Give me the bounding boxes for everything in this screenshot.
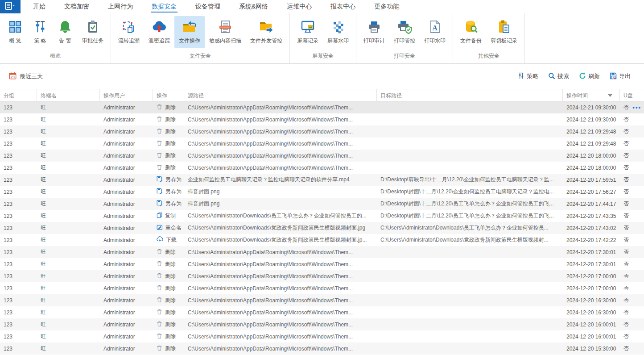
column-header-terminal[interactable]: 终端名: [37, 89, 100, 102]
cell-group: 123: [0, 189, 37, 195]
cell-user: Administrator: [100, 213, 153, 219]
cell-user: Administrator: [100, 141, 153, 147]
leak-track-icon: [152, 19, 167, 35]
svg-text:23: 23: [11, 75, 14, 79]
table-row[interactable]: 123 旺 Administrator 删除 C:\Users\Administ…: [0, 125, 644, 138]
app-menu-button[interactable]: [0, 0, 21, 13]
cell-time: 2024-12-20 17:59:51: [563, 177, 620, 183]
table-row[interactable]: 123 旺 Administrator 删除 C:\Users\Administ…: [0, 294, 644, 306]
ribbon-item-file-backup[interactable]: 文件备份: [456, 16, 486, 48]
ribbon-item-leak-track[interactable]: 泄密追踪: [144, 16, 174, 48]
column-header-target-path[interactable]: 目标路径: [377, 89, 563, 102]
cell-source-path: C:\Users\Administrator\AppData\Roaming\M…: [184, 249, 377, 255]
tab-device-manage[interactable]: 设备管理: [195, 0, 220, 13]
refresh-button[interactable]: 刷新: [579, 72, 600, 81]
date-filter-button[interactable]: 23 最近三天: [9, 72, 43, 81]
refresh-icon: [579, 72, 586, 81]
column-header-group[interactable]: 分组: [0, 89, 37, 102]
tab-start[interactable]: 开始: [33, 0, 45, 13]
sort-desc-icon[interactable]: [608, 94, 612, 97]
cell-user: Administrator: [100, 129, 153, 135]
table-row[interactable]: 123 旺 Administrator 删除 C:\Users\Administ…: [0, 113, 644, 125]
cell-user: Administrator: [100, 189, 153, 195]
cell-group: 123: [0, 346, 37, 352]
table-row[interactable]: 123 旺 Administrator 删除 C:\Users\Administ…: [0, 138, 644, 150]
cell-terminal: 旺: [37, 140, 100, 147]
cell-terminal: 旺: [37, 164, 100, 171]
tab-report-center[interactable]: 报表中心: [330, 0, 355, 13]
print-audit-icon: [367, 19, 381, 35]
ribbon-item-screen-watermark[interactable]: 屏幕水印: [323, 16, 353, 48]
cell-time: 2024-12-21 09:29:48: [563, 129, 620, 135]
column-header-usb[interactable]: U盘: [620, 89, 644, 102]
tab-system-network[interactable]: 系统&网络: [239, 0, 268, 13]
cell-source-path: C:\Users\Administrator\AppData\Roaming\M…: [184, 153, 377, 159]
ribbon-item-approval-task[interactable]: 审批任务: [78, 16, 108, 48]
table-row[interactable]: 123 旺 Administrator 删除 C:\Users\Administ…: [0, 270, 644, 282]
cell-time: 2024-12-20 15:30:00: [563, 346, 620, 352]
table-row[interactable]: 123 旺 Administrator 删除 C:\Users\Administ…: [0, 330, 644, 342]
toolbar-actions: 策略 搜索 刷新 导出: [518, 72, 631, 81]
cell-usb: 否: [620, 272, 644, 280]
table-row[interactable]: 123 旺 Administrator 删除 C:\Users\Administ…: [0, 342, 644, 355]
ribbon-item-print-watermark[interactable]: A 打印水印: [420, 16, 450, 48]
table-row[interactable]: 123 旺 Administrator 删除 C:\Users\Administ…: [0, 282, 644, 294]
table-row[interactable]: 123 旺 Administrator 删除 C:\Users\Administ…: [0, 162, 644, 174]
svg-text:A: A: [432, 24, 438, 32]
trash-icon: [157, 140, 162, 147]
cell-user: Administrator: [100, 285, 153, 292]
cell-source-path: 抖音封面.png: [184, 200, 377, 208]
ribbon-item-sensitive-scan[interactable]: 敏感内容扫描: [205, 16, 246, 48]
cell-user: Administrator: [100, 261, 153, 267]
table-row[interactable]: 123 旺 Administrator 删除 C:\Users\Administ…: [0, 246, 644, 258]
ribbon-item-print-control[interactable]: 打印管控: [389, 16, 420, 48]
table-row[interactable]: 123 旺 Administrator 另存为 抖音封面.png D:\Desk…: [0, 186, 644, 198]
cell-source-path: C:\Users\Administrator\AppData\Roaming\M…: [184, 309, 377, 316]
export-button[interactable]: 导出: [610, 72, 631, 81]
cell-usb: 否: [620, 188, 644, 196]
cell-time: 2024-12-21 09:29:48: [563, 141, 620, 147]
tab-more-features[interactable]: 更多功能: [374, 0, 399, 13]
cell-usb: 否: [620, 345, 644, 352]
ribbon-item-file-outgoing[interactable]: 文件外发管控: [246, 16, 287, 48]
table-row[interactable]: 123 旺 Administrator 删除 C:\Users\Administ…: [0, 258, 644, 270]
table-row[interactable]: 123 旺 Administrator 复制 C:\Users\Administ…: [0, 210, 644, 222]
ribbon-item-print-audit[interactable]: 打印审计: [359, 16, 389, 48]
column-header-source-path[interactable]: 源路径: [184, 89, 377, 102]
column-header-user[interactable]: 操作用户: [100, 89, 153, 102]
table-row[interactable]: 123 旺 Administrator 删除 C:\Users\Administ…: [0, 150, 644, 162]
ribbon-item-clipboard-record[interactable]: 剪切板记录: [486, 16, 522, 48]
refresh-button-label: 刷新: [588, 72, 600, 80]
search-button[interactable]: 搜索: [548, 72, 569, 81]
tab-ops-center[interactable]: 运维中心: [287, 0, 312, 13]
tab-data-security[interactable]: 数据安全: [152, 0, 177, 13]
column-header-time-label: 操作时间: [566, 92, 588, 100]
ribbon-item-policy[interactable]: 策 略: [28, 16, 53, 48]
table-row[interactable]: 123 旺 Administrator 删除 C:\Users\Administ…: [0, 318, 644, 330]
trash-icon: [157, 152, 162, 159]
column-header-time[interactable]: 操作时间: [563, 89, 620, 102]
tab-doc-encrypt[interactable]: 文档加密: [64, 0, 89, 13]
table-row[interactable]: 123 旺 Administrator 另存为 企业如何监控员工电脑聊天记录？监…: [0, 174, 644, 186]
ribbon-item-file-trace[interactable]: 流转追溯: [114, 16, 144, 48]
ribbon-item-alert[interactable]: 告 警: [53, 16, 78, 48]
row-more-actions-icon[interactable]: •••: [632, 101, 641, 113]
policy-button[interactable]: 策略: [518, 72, 538, 80]
cell-terminal: 旺: [37, 248, 100, 256]
column-header-operation[interactable]: 操作: [153, 89, 184, 102]
cell-time: 2024-12-20 16:30:00: [563, 297, 620, 304]
ribbon-item-screen-record[interactable]: 屏幕记录: [293, 16, 323, 48]
table-row[interactable]: 123 旺 Administrator 删除 C:\Users\Administ…: [0, 101, 644, 113]
trash-icon: [157, 128, 162, 135]
ribbon-item-label: 概 览: [9, 37, 21, 45]
table-row[interactable]: 123 旺 Administrator 重命名 C:\Users\Adminis…: [0, 222, 644, 234]
trash-icon: [157, 164, 162, 171]
table-row[interactable]: 123 旺 Administrator 删除 C:\Users\Administ…: [0, 306, 644, 318]
cell-operation: 另存为: [153, 176, 184, 184]
tab-web-behavior[interactable]: 上网行为: [108, 0, 133, 13]
table-row[interactable]: 123 旺 Administrator 下载 C:\Users\Administ…: [0, 234, 644, 246]
table-row[interactable]: 123 旺 Administrator 另存为 抖音封面.png D:\Desk…: [0, 198, 644, 210]
ribbon-item-overview[interactable]: 概 览: [3, 16, 28, 48]
cell-usb: 否: [620, 260, 644, 268]
ribbon-item-file-operation[interactable]: 文件操作: [174, 16, 205, 48]
